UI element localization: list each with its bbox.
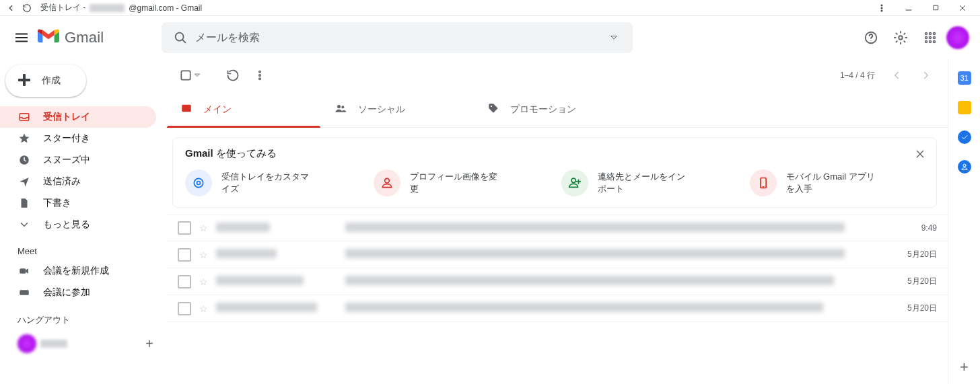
row-subject — [345, 223, 888, 234]
row-checkbox[interactable] — [178, 248, 191, 262]
google-apps-button[interactable] — [917, 24, 944, 51]
search-icon[interactable] — [166, 23, 195, 52]
compose-label: 作成 — [42, 75, 61, 87]
main-content: 1–4 / 4 行 メイン ソーシャル プロモーション Gmail を使ってみる — [167, 59, 948, 384]
svg-point-15 — [930, 41, 932, 43]
refresh-button[interactable] — [219, 62, 246, 89]
file-icon — [18, 197, 31, 209]
keep-addon-icon[interactable] — [958, 101, 971, 114]
gmail-wordmark: Gmail — [65, 29, 104, 46]
sidebar-label: スヌーズ中 — [43, 154, 90, 166]
support-button[interactable] — [858, 24, 884, 51]
gmail-brand[interactable]: Gmail — [38, 28, 159, 47]
tip-mobile-app[interactable]: モバイル Gmail アプリを入手 — [750, 169, 925, 196]
keyboard-icon — [18, 286, 31, 299]
row-checkbox[interactable] — [178, 302, 191, 315]
meet-new-meeting[interactable]: 会議を新規作成 — [0, 260, 156, 282]
window-minimize-button[interactable] — [895, 0, 922, 16]
svg-point-1 — [881, 7, 882, 9]
tab-promotions[interactable]: プロモーション — [474, 91, 627, 127]
settings-button[interactable] — [887, 24, 914, 51]
more-actions-button[interactable] — [246, 62, 273, 89]
sidebar-item-sent[interactable]: 送信済み — [0, 171, 156, 192]
get-addons-button[interactable]: + — [960, 358, 969, 376]
message-row[interactable]: ☆ 5月20日 — [167, 241, 948, 268]
setup-tips-title: Gmail を使ってみる — [185, 147, 924, 160]
search-input[interactable] — [195, 32, 599, 44]
svg-point-32 — [384, 178, 389, 183]
row-star[interactable]: ☆ — [199, 303, 208, 314]
sidebar-item-drafts[interactable]: 下書き — [0, 192, 156, 214]
window-titlebar: 受信トレイ - @gmail.com - Gmail — [0, 0, 980, 16]
window-maximize-button[interactable] — [922, 0, 949, 16]
row-star[interactable]: ☆ — [199, 276, 208, 287]
hangouts-self[interactable]: + — [0, 330, 167, 353]
people-icon — [334, 102, 347, 117]
row-sender — [216, 276, 330, 287]
contacts-addon-icon[interactable] — [958, 160, 971, 174]
pager-next-button[interactable] — [913, 62, 940, 89]
sidebar-label: 会議を新規作成 — [43, 265, 109, 277]
setup-title-bold: Gmail — [185, 147, 213, 159]
tip-label: プロフィール画像を変更 — [410, 171, 504, 195]
svg-point-12 — [930, 37, 932, 39]
tip-profile-image[interactable]: プロフィール画像を変更 — [374, 169, 549, 196]
row-date: 5月20日 — [897, 249, 937, 260]
search-bar[interactable] — [162, 22, 633, 53]
new-chat-button[interactable]: + — [145, 336, 153, 352]
svg-point-0 — [881, 4, 882, 5]
star-icon — [18, 132, 31, 145]
select-all-checkbox[interactable] — [175, 65, 205, 86]
svg-point-23 — [259, 75, 261, 77]
tasks-addon-icon[interactable] — [958, 130, 971, 144]
row-sender — [216, 249, 330, 260]
main-menu-button[interactable] — [5, 22, 38, 54]
pager-prev-button[interactable] — [883, 62, 910, 89]
svg-point-24 — [259, 78, 261, 80]
tab-social[interactable]: ソーシャル — [320, 91, 474, 127]
send-icon — [18, 176, 31, 188]
row-date: 5月20日 — [897, 276, 937, 287]
row-star[interactable]: ☆ — [199, 249, 208, 260]
row-sender — [216, 303, 330, 314]
account-avatar[interactable] — [946, 26, 969, 49]
sidebar-item-inbox[interactable]: 受信トレイ — [0, 106, 156, 128]
list-toolbar: 1–4 / 4 行 — [167, 59, 948, 91]
sidebar-item-snoozed[interactable]: スヌーズ中 — [0, 149, 156, 171]
app-header: Gmail — [0, 16, 980, 59]
tip-label: 連絡先とメールをインポート — [598, 171, 692, 195]
calendar-addon-icon[interactable]: 31 — [958, 71, 971, 85]
row-subject — [345, 249, 888, 260]
tab-primary[interactable]: メイン — [167, 91, 320, 127]
setup-tips-close-button[interactable] — [911, 145, 930, 163]
window-close-button[interactable] — [949, 0, 976, 16]
row-star[interactable]: ☆ — [199, 223, 208, 233]
sidebar-label: 送信済み — [43, 176, 81, 188]
svg-point-29 — [491, 106, 492, 107]
gear-filled-icon — [185, 169, 212, 196]
message-row[interactable]: ☆ 5月20日 — [167, 295, 948, 322]
sidebar-item-more[interactable]: もっと見る — [0, 214, 156, 235]
tab-label: ソーシャル — [358, 104, 405, 116]
row-checkbox[interactable] — [178, 275, 191, 289]
window-title-suffix: @gmail.com - Gmail — [129, 3, 202, 13]
svg-point-31 — [197, 182, 201, 185]
meet-join-meeting[interactable]: 会議に参加 — [0, 282, 156, 303]
message-row[interactable]: ☆ 9:49 — [167, 215, 948, 241]
window-kebab-button[interactable] — [868, 0, 895, 16]
nav-reload-button[interactable] — [20, 1, 34, 15]
setup-title-rest: を使ってみる — [213, 147, 277, 159]
svg-point-2 — [881, 10, 882, 11]
tip-label: モバイル Gmail アプリを入手 — [786, 171, 880, 195]
row-checkbox[interactable] — [178, 221, 191, 235]
video-icon — [18, 265, 31, 277]
svg-point-11 — [925, 37, 928, 39]
compose-button[interactable]: 作成 — [5, 65, 86, 97]
nav-back-button[interactable] — [4, 1, 18, 15]
sidebar-item-starred[interactable]: スター付き — [0, 128, 156, 149]
search-options-dropdown[interactable] — [599, 23, 629, 52]
tip-import-contacts[interactable]: 連絡先とメールをインポート — [561, 169, 736, 196]
gmail-logo-icon — [38, 28, 59, 47]
message-row[interactable]: ☆ 5月20日 — [167, 268, 948, 295]
tip-customize-inbox[interactable]: 受信トレイをカスタマイズ — [185, 169, 360, 196]
